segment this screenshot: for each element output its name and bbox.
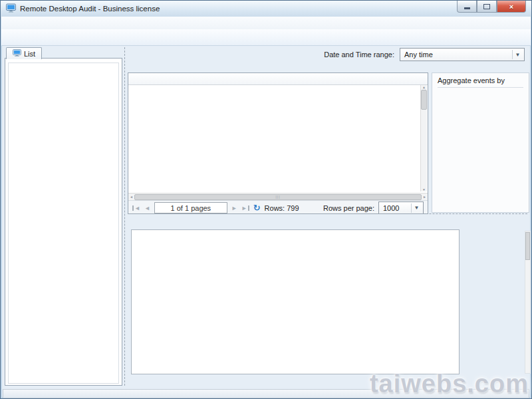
page-indicator[interactable]: 1 of 1 pages <box>154 202 227 213</box>
graph-panel <box>131 229 460 374</box>
tab-list[interactable]: List <box>6 47 42 59</box>
computer-tree-box <box>5 58 122 386</box>
date-range-value: Any time <box>404 51 433 59</box>
window-title: Remote Desktop Audit - Business license <box>20 5 160 13</box>
table-vertical-scrollbar[interactable]: ▲▼ <box>420 85 427 192</box>
prev-page-button[interactable]: ◄ <box>144 205 150 211</box>
table-body <box>128 85 428 193</box>
events-chart <box>134 232 456 370</box>
summary-panel: ◄|||► ◄ ◄ 1 of 1 pages ► ► ↻ Rows: 799 R… <box>128 72 428 214</box>
menu-bar <box>1 17 531 30</box>
chevron-down-icon: ▼ <box>512 50 523 59</box>
table-horizontal-scrollbar[interactable]: ◄|||► <box>128 193 428 200</box>
computer-tree <box>8 63 119 384</box>
maximize-button[interactable] <box>477 1 497 13</box>
rows-per-page-label: Rows per page: <box>323 204 374 212</box>
legend-scrollbar[interactable] <box>525 231 531 374</box>
minimize-icon <box>464 7 470 9</box>
close-icon: × <box>509 3 513 11</box>
vertical-splitter[interactable] <box>124 47 125 386</box>
date-range-select[interactable]: Any time ▼ <box>400 48 525 61</box>
rows-per-page-value: 1000 <box>383 204 399 212</box>
app-window: Remote Desktop Audit - Business license … <box>0 0 532 399</box>
refresh-rows-icon[interactable]: ↻ <box>253 203 261 213</box>
aggregate-panel: Aggregate events by <box>432 72 529 213</box>
minimize-button[interactable] <box>457 1 477 13</box>
close-button[interactable]: × <box>497 1 526 13</box>
aggregate-title: Aggregate events by <box>438 76 523 84</box>
last-page-button[interactable]: ► <box>241 205 249 211</box>
horizontal-splitter[interactable] <box>128 213 527 214</box>
app-icon <box>6 3 16 14</box>
first-page-button[interactable]: ◄ <box>132 205 140 211</box>
chevron-down-icon: ▼ <box>411 203 422 213</box>
tab-list-label: List <box>24 50 35 58</box>
toolbar <box>1 29 531 46</box>
maximize-icon <box>483 4 490 9</box>
computer-icon <box>13 49 21 58</box>
next-page-button[interactable]: ► <box>231 205 237 211</box>
computer-list-panel: List <box>5 47 122 386</box>
table-header <box>128 73 428 85</box>
pagination-bar: ◄ ◄ 1 of 1 pages ► ► ↻ Rows: 799 Rows pe… <box>128 200 428 214</box>
rows-per-page-select[interactable]: 1000 ▼ <box>378 201 424 215</box>
rows-count: Rows: 799 <box>265 204 299 212</box>
date-range-label: Date and Time range: <box>324 51 394 59</box>
watermark: taiwebs.com <box>370 370 529 398</box>
titlebar[interactable]: Remote Desktop Audit - Business license … <box>1 1 531 17</box>
